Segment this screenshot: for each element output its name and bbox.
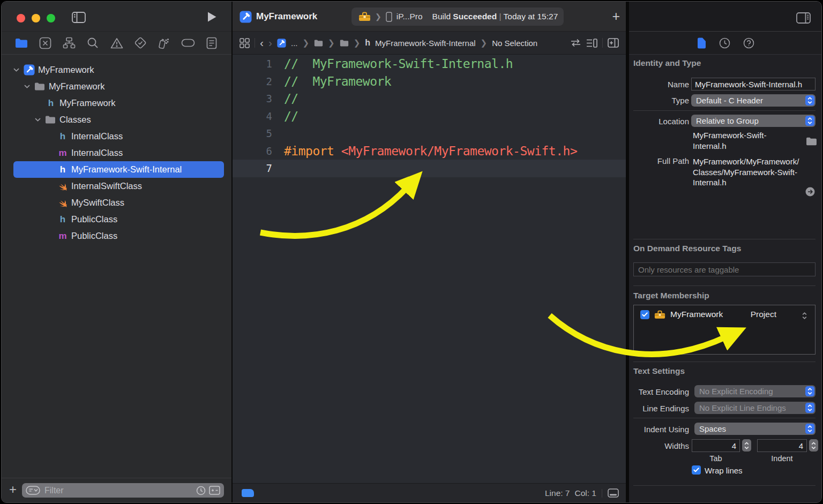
tree-item-impl-file[interactable]: m InternalClass (13, 145, 224, 161)
add-file-button[interactable]: + (9, 483, 17, 496)
history-inspector-tab-icon[interactable] (719, 37, 730, 49)
code-line[interactable]: 5 (233, 125, 626, 142)
tree-item-swift-file[interactable]: MySwiftClass (13, 194, 224, 211)
choose-location-folder-icon[interactable] (806, 137, 817, 146)
indent-width-stepper[interactable] (809, 439, 818, 452)
report-navigator-icon[interactable] (205, 36, 219, 50)
text-encoding-popup[interactable]: No Explicit Encoding (694, 385, 815, 397)
file-inspector-tab-icon[interactable] (697, 37, 706, 49)
xcode-project-icon[interactable] (277, 39, 286, 48)
inspector-tab-bar (629, 32, 822, 55)
scheme-status-pill[interactable]: ❯ iP...Pro Build Succeeded | Today at 15… (351, 7, 564, 26)
filter-icon[interactable] (26, 486, 40, 495)
role-popup-chevrons-icon[interactable] (802, 312, 807, 319)
line-endings-label: Line Endings (629, 404, 689, 413)
source-control-navigator-icon[interactable] (38, 36, 52, 50)
indent-using-popup[interactable]: Spaces (694, 423, 815, 435)
symbol-navigator-icon[interactable] (62, 36, 76, 50)
cursor-position[interactable]: Line: 7Col: 1 (545, 488, 596, 498)
wrap-lines-label: Wrap lines (705, 466, 743, 475)
filter-input[interactable] (43, 485, 193, 496)
go-back-button[interactable]: ‹ (260, 37, 264, 48)
chevron-down-icon[interactable] (13, 68, 24, 72)
odr-tags-field[interactable] (633, 262, 815, 276)
popup-stepper-icon (805, 424, 814, 434)
tree-item-selected-header-file[interactable]: h MyFramework-Swift-Internal (13, 161, 224, 178)
xcode-project-icon (24, 64, 38, 76)
breadcrumb-ellipsis[interactable]: ... (291, 39, 298, 48)
location-popup[interactable]: Relative to Group (691, 115, 815, 127)
indent-width-field[interactable] (757, 439, 807, 452)
folder-icon[interactable] (340, 40, 349, 47)
code-view[interactable]: 1// MyFramework-Swift-Internal.h 2// MyF… (233, 55, 626, 483)
editor-options-icon[interactable] (586, 39, 597, 48)
chevron-down-icon[interactable] (35, 118, 45, 122)
line-endings-popup[interactable]: No Explicit Line Endings (694, 402, 815, 414)
new-tab-button[interactable]: + (612, 9, 620, 24)
odr-section-title: On Demand Resource Tags (633, 244, 741, 253)
tree-item-folder[interactable]: Classes (13, 111, 224, 128)
tree-item-header-file[interactable]: h InternalClass (13, 128, 224, 145)
adjust-editor-bar-icon[interactable] (608, 488, 619, 498)
tree-item-project[interactable]: MyFramework (13, 62, 224, 78)
target-checkbox[interactable] (640, 310, 649, 319)
target-role-popup[interactable]: Project (751, 310, 810, 319)
issue-navigator-icon[interactable] (110, 36, 124, 50)
popup-stepper-icon (805, 386, 814, 396)
tree-item-folder[interactable]: MyFramework (13, 78, 224, 95)
full-path-value: MyFramework/MyFramework/Classes/MyFramew… (693, 156, 800, 188)
minimize-window-button[interactable] (32, 14, 40, 22)
impl-file-icon: m (57, 148, 69, 159)
code-line[interactable]: 3// (233, 90, 626, 108)
header-file-icon: h (57, 164, 69, 175)
breadcrumb-selection[interactable]: No Selection (492, 39, 537, 48)
run-destination-label[interactable]: iP...Pro (396, 12, 423, 21)
reveal-path-arrow-icon[interactable] (805, 187, 815, 197)
navigator-tab-bar (2, 32, 231, 55)
code-line-current[interactable]: 7 (233, 160, 626, 177)
tree-item-swift-file[interactable]: InternalSwiftClass (13, 178, 224, 194)
filter-scope-icon[interactable] (209, 486, 220, 495)
toggle-inspector-icon[interactable] (796, 12, 811, 24)
debug-navigator-icon[interactable] (157, 36, 171, 50)
file-type-badge (242, 489, 254, 497)
breadcrumb-file-name[interactable]: MyFramework-Swift-Internal (375, 39, 476, 48)
run-button[interactable] (207, 12, 216, 22)
project-navigator-icon[interactable] (14, 36, 28, 50)
indent-caption: Indent (757, 454, 807, 463)
popup-stepper-icon (805, 95, 814, 106)
close-window-button[interactable] (17, 14, 25, 22)
go-forward-button[interactable]: › (268, 37, 272, 48)
type-popup[interactable]: Default - C Header (691, 94, 815, 107)
wrap-lines-checkbox[interactable] (692, 465, 701, 475)
test-navigator-icon[interactable] (133, 36, 147, 50)
chevron-down-icon[interactable] (24, 85, 34, 88)
add-editor-icon[interactable] (608, 38, 619, 48)
tree-item-header-file[interactable]: h MyFramework (13, 95, 224, 111)
target-membership-row[interactable]: MyFramework Project (634, 305, 815, 319)
related-items-icon[interactable] (240, 38, 250, 48)
code-line[interactable]: 4// (233, 108, 626, 125)
popup-stepper-icon (805, 403, 814, 413)
recent-filter-clock-icon[interactable] (196, 486, 206, 495)
breakpoint-navigator-icon[interactable] (181, 36, 195, 50)
quick-help-inspector-tab-icon[interactable] (743, 37, 754, 49)
filter-field[interactable] (22, 483, 224, 498)
zoom-window-button[interactable] (47, 14, 55, 22)
code-line[interactable]: 2// MyFramework (233, 73, 626, 91)
tab-width-stepper[interactable] (742, 439, 751, 452)
xcode-project-icon (240, 11, 252, 23)
tree-item-impl-file[interactable]: m PublicClass (13, 228, 224, 244)
inspector-panel: Identity and Type Name Type Default - C … (629, 2, 822, 502)
toggle-sidebar-icon[interactable] (72, 12, 86, 23)
tree-item-header-file[interactable]: h PublicClass (13, 211, 224, 228)
tab-width-field[interactable] (692, 439, 740, 452)
source-editor: MyFramework ❯ iP...Pro Build Succeeded |… (233, 2, 626, 502)
folder-icon[interactable] (314, 40, 323, 47)
find-navigator-icon[interactable] (86, 36, 100, 50)
name-field[interactable] (691, 78, 815, 91)
code-line[interactable]: 1// MyFramework-Swift-Internal.h (233, 55, 626, 73)
swap-editor-icon[interactable] (570, 39, 581, 47)
code-line[interactable]: 6#import <MyFramework/MyFramework-Swift.… (233, 142, 626, 160)
activity-status[interactable]: Build Succeeded | Today at 15:27 (432, 12, 558, 21)
